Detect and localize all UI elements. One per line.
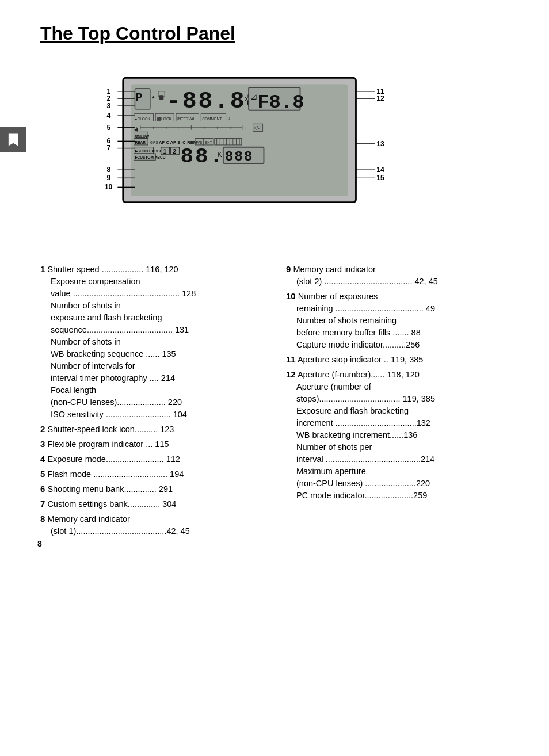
diagram-area: P * -88.88 x ⊿ F8.8 ●CLOCK ⬛LOCK INTERVA… (40, 62, 514, 246)
svg-text:+/-: +/- (254, 125, 260, 131)
svg-text:⊕SLOW: ⊕SLOW (135, 134, 150, 138)
svg-text:●CLOCK: ●CLOCK (135, 117, 150, 121)
item-3: 3 Flexible program indicator ... 115 (40, 438, 269, 450)
svg-text:7: 7 (107, 144, 111, 152)
item-6: 6 Shooting menu bank.............. 291 (40, 483, 269, 495)
item-5: 5 Flash mode ...........................… (40, 468, 269, 480)
svg-text:12: 12 (376, 94, 384, 102)
svg-text:⬛LOCK: ⬛LOCK (157, 116, 172, 121)
svg-text:2: 2 (173, 148, 176, 155)
svg-text:WB-: WB- (196, 140, 204, 144)
svg-text:1: 1 (163, 148, 166, 155)
content-right: 9 Memory card indicator (slot 2) .......… (286, 263, 514, 540)
svg-text:K: K (218, 151, 223, 159)
item-9: 9 Memory card indicator (slot 2) .......… (286, 263, 514, 288)
item-11: 11 Aperture stop indicator .. 119, 385 (286, 353, 514, 366)
svg-text:14: 14 (376, 166, 384, 174)
svg-text:GPS: GPS (150, 140, 159, 144)
svg-text:REAR: REAR (135, 140, 146, 144)
svg-text:P: P (135, 91, 142, 104)
page-number: 8 (37, 539, 42, 548)
svg-text:▶SHOOT ABCD: ▶SHOOT ABCD (135, 149, 163, 153)
svg-text:x: x (245, 95, 249, 102)
svg-text:▶CUSTOM ABCD: ▶CUSTOM ABCD (135, 155, 166, 159)
item-2: 2 Shutter-speed lock icon.......... 123 (40, 423, 269, 436)
item-10: 10 Number of exposures remaining .......… (286, 290, 514, 351)
svg-text:8: 8 (107, 166, 111, 174)
item-7: 7 Custom settings bank.............. 304 (40, 498, 269, 510)
item-12: 12 Aperture (f-number)...... 118, 120 Ap… (286, 368, 514, 502)
item-4: 4 Exposure mode.........................… (40, 453, 269, 465)
svg-text:⊿: ⊿ (250, 91, 258, 101)
svg-text:4: 4 (107, 112, 111, 120)
svg-text:888: 888 (225, 149, 254, 165)
content-area: 1 Shutter speed .................. 116, … (40, 263, 514, 540)
sidebar-bookmark (0, 127, 26, 152)
content-left: 1 Shutter speed .................. 116, … (40, 263, 269, 540)
svg-text:*: * (152, 94, 155, 103)
svg-text:F8.8: F8.8 (257, 91, 304, 113)
svg-text:INTERVAL: INTERVAL (177, 117, 196, 121)
item-8: 8 Memory card indicator (slot 1)........… (40, 513, 269, 537)
svg-text:BKT: BKT (205, 140, 212, 144)
svg-rect-6 (159, 95, 164, 100)
svg-text:5: 5 (107, 124, 111, 132)
bookmark-icon (5, 132, 21, 148)
svg-text:COMMENT: COMMENT (202, 117, 222, 121)
svg-text:15: 15 (376, 174, 384, 182)
svg-text:9: 9 (107, 174, 111, 182)
diagram-svg: P * -88.88 x ⊿ F8.8 ●CLOCK ⬛LOCK INTERVA… (40, 62, 514, 246)
item-1: 1 Shutter speed .................. 116, … (40, 263, 269, 421)
svg-text:10: 10 (105, 183, 113, 191)
svg-text:13: 13 (376, 140, 384, 148)
svg-text:♪: ♪ (228, 115, 231, 121)
svg-text:2: 2 (107, 94, 111, 102)
page-title: The Top Control Panel (40, 23, 514, 44)
page-container: The Top Control Panel P * -88.88 x ⊿ (0, 0, 549, 563)
svg-text:+: + (245, 125, 248, 131)
svg-text:AF-C AF-S: AF-C AF-S (159, 140, 180, 145)
svg-text:3: 3 (107, 102, 111, 110)
